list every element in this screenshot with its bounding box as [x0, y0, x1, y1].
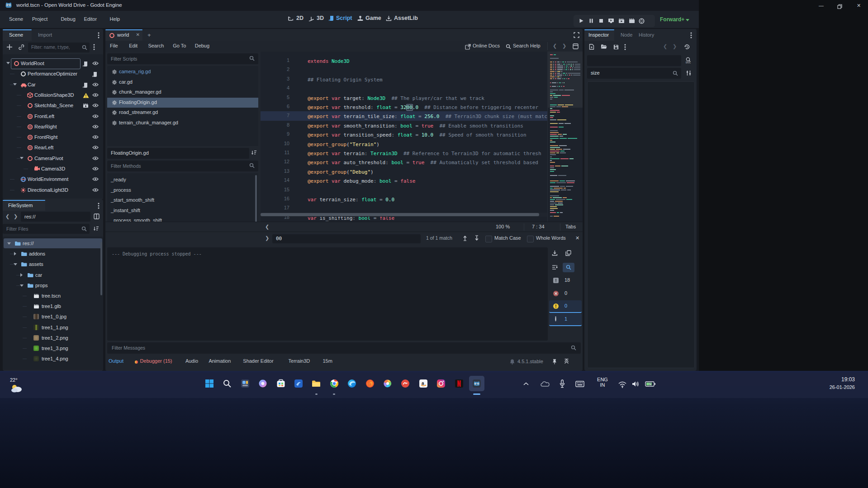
script-list-item[interactable]: road_streamer.gd	[107, 108, 258, 118]
play-scene-button[interactable]	[618, 18, 625, 24]
movie-maker-button[interactable]	[639, 18, 645, 24]
search-messages-button[interactable]	[563, 263, 574, 272]
code-line[interactable]: @export var terrain: Terrain3D ## Refere…	[308, 149, 547, 158]
inspector-menu-icon[interactable]	[690, 32, 692, 38]
eye-badge-icon[interactable]	[92, 166, 99, 171]
h-scrollbar-thumb[interactable]	[261, 213, 539, 216]
clock-widget[interactable]: 19:0326-01-2026	[810, 376, 855, 390]
code-line[interactable]	[308, 66, 547, 75]
object-forward-button[interactable]: ❯	[673, 43, 677, 49]
tab-import[interactable]: Import	[38, 32, 52, 38]
bottom-tab-audio[interactable]: Audio	[185, 358, 198, 364]
scene-tree-node[interactable]: CollisionShape3D	[3, 90, 103, 100]
search-help-button[interactable]: Search Help	[513, 43, 541, 48]
nav-back-button[interactable]: ❮	[5, 213, 9, 219]
script-list-item[interactable]: camera_rig.gd	[107, 67, 258, 77]
close-tab-icon[interactable]: ✕	[136, 32, 140, 37]
indent-type-button[interactable]: Tabs	[565, 224, 576, 229]
battery-icon[interactable]	[645, 381, 656, 387]
code-line[interactable]: @export var debug_mode: bool = false	[308, 177, 547, 186]
expander-open-icon[interactable]	[13, 83, 17, 85]
find-input[interactable]: 00	[272, 234, 421, 243]
match-case-checkbox[interactable]	[485, 236, 492, 242]
tab-history[interactable]: History	[639, 32, 654, 38]
taskbar-copilot-icon[interactable]	[255, 376, 270, 391]
eye-badge-icon[interactable]	[92, 61, 99, 66]
eye-badge-icon[interactable]	[92, 188, 99, 192]
workspace-2d-button[interactable]: 2D	[288, 15, 304, 21]
current-script-path[interactable]: FloatingOrigin.gd	[107, 148, 249, 159]
method-list-item[interactable]: _ready	[107, 175, 258, 185]
scene-tree-node[interactable]: Car	[3, 80, 103, 90]
eye-badge-icon[interactable]	[92, 114, 99, 118]
expand-panel-icon[interactable]	[564, 359, 569, 364]
taskbar-chrome-icon[interactable]	[327, 376, 342, 391]
pause-button[interactable]	[588, 18, 594, 24]
eye-badge-icon[interactable]	[92, 93, 99, 97]
minimize-button[interactable]: —	[819, 3, 824, 8]
microphone-icon[interactable]	[559, 379, 565, 389]
bottom-tab-debugger-15-[interactable]: Debugger (15)	[140, 358, 172, 364]
counter-toggle[interactable]: 18	[549, 275, 582, 286]
code-line[interactable]: @export var smooth_transition: bool = tr…	[308, 122, 547, 131]
expander-open-icon[interactable]	[20, 157, 24, 159]
script-list-item[interactable]: car.gd	[107, 77, 258, 87]
history-back-button[interactable]: ❮	[553, 43, 557, 49]
counter-toggle[interactable]: 1	[549, 313, 582, 326]
sort-methods-icon[interactable]	[251, 150, 257, 155]
renderer-select[interactable]: Forward+	[660, 16, 684, 23]
eye-badge-icon[interactable]	[92, 156, 99, 161]
inspector-tools-icon[interactable]	[686, 70, 692, 76]
scene-tree-node[interactable]: WorldRoot	[3, 58, 103, 69]
menu-help[interactable]: Help	[110, 16, 120, 22]
onedrive-icon[interactable]	[540, 380, 550, 388]
script-menu-debug[interactable]: Debug	[195, 43, 209, 48]
scene-tree-node[interactable]: DirectionalLight3D	[3, 185, 103, 195]
eye-badge-icon[interactable]	[92, 145, 99, 150]
script-list-item[interactable]: chunk_manager.gd	[107, 87, 258, 97]
code-line[interactable]	[308, 186, 547, 195]
taskbar-store-icon[interactable]	[273, 376, 289, 391]
play-custom-scene-button[interactable]	[629, 18, 635, 24]
code-line[interactable]: @export var target: Node3D ## The player…	[308, 94, 547, 103]
tab-world-scene[interactable]: world✕	[105, 30, 142, 41]
eye-badge-icon[interactable]	[92, 82, 99, 87]
minimap[interactable]	[547, 52, 583, 222]
bottom-tab-shader-editor[interactable]: Shader Editor	[243, 358, 273, 364]
scene-tree-node[interactable]: FrontLeft	[3, 111, 103, 122]
expander-open-icon[interactable]	[6, 62, 10, 64]
taskbar-edge-icon[interactable]	[344, 376, 360, 391]
counter-toggle[interactable]: 0	[549, 288, 582, 299]
tab-node[interactable]: Node	[621, 32, 632, 38]
find-next-button[interactable]	[474, 235, 479, 241]
code-line[interactable]: @export var terrain_tile_size: float = 2…	[308, 112, 547, 121]
sort-files-icon[interactable]	[94, 226, 100, 231]
add-node-button[interactable]	[6, 44, 13, 50]
object-back-button[interactable]: ❮	[663, 43, 667, 49]
open-docs-icon[interactable]: DOC	[685, 57, 692, 63]
scrollbar[interactable]	[100, 242, 102, 295]
taskbar-app-blue-icon[interactable]	[291, 376, 306, 391]
filesystem-item[interactable]: car	[3, 270, 103, 280]
scene-dock-menu-icon[interactable]	[98, 32, 100, 38]
filter-properties-input[interactable]: size	[587, 68, 681, 79]
taskbar-netflix-icon[interactable]	[451, 376, 467, 391]
stop-button[interactable]	[598, 18, 604, 24]
code-line[interactable]	[308, 85, 547, 94]
filter-files-input[interactable]: Filter Files	[3, 224, 90, 234]
taskbar-windows-start-icon[interactable]	[202, 376, 217, 391]
collapse-tree-icon[interactable]	[552, 265, 558, 270]
workspace-3d-button[interactable]: 3D	[308, 15, 324, 21]
eye-badge-icon[interactable]	[92, 103, 99, 108]
expander-open-icon[interactable]	[7, 242, 11, 245]
expander-open-icon[interactable]	[20, 284, 24, 287]
filesystem-item[interactable]: tree1_2.png	[3, 333, 103, 343]
close-button[interactable]: ✕	[857, 3, 861, 9]
expander-closed-icon[interactable]	[14, 252, 16, 256]
scene-tree-node[interactable]: Sketchfab_Scene	[3, 100, 103, 111]
taskbar-file-explorer-icon[interactable]	[308, 376, 324, 391]
script-menu-go-to[interactable]: Go To	[173, 43, 186, 48]
filesystem-item[interactable]: res://	[3, 238, 103, 249]
menu-debug[interactable]: Debug	[61, 16, 75, 22]
output-console[interactable]: --- Debugging process stopped ---	[107, 247, 548, 341]
